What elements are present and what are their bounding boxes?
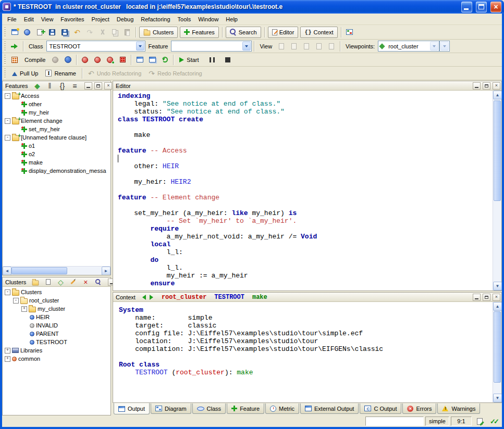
save-all-icon[interactable] [58, 26, 71, 39]
menu-project[interactable]: Project [88, 15, 113, 24]
scroll-down-icon[interactable]: ▼ [493, 394, 502, 402]
context-output[interactable]: System name: simple target: classic conf… [113, 302, 493, 402]
toggle-signature-icon[interactable]: ‖ [43, 80, 56, 92]
clusters-toggle-button[interactable]: Clusters [139, 27, 178, 38]
context-maximize-button[interactable] [483, 294, 490, 301]
copy-icon[interactable] [108, 26, 121, 39]
tree-item-my-heir[interactable]: my_heir [3, 108, 110, 117]
menu-view[interactable]: View [38, 15, 57, 24]
menu-debug[interactable]: Debug [113, 15, 137, 24]
scroll-track[interactable] [493, 311, 501, 394]
menu-help[interactable]: Help [222, 15, 241, 24]
toolbar-grip[interactable] [4, 27, 6, 37]
redo-icon[interactable]: ↷ [83, 26, 96, 39]
start-button[interactable]: Start [176, 54, 202, 66]
scroll-left-icon[interactable]: ◄ [3, 267, 11, 275]
undo-refactoring-button[interactable]: ↶ Undo Refactoring [84, 67, 145, 80]
clickable-view-icon[interactable] [288, 40, 300, 53]
scroll-thumb[interactable] [494, 100, 501, 201]
features-maximize-button[interactable] [94, 82, 102, 90]
menu-tools[interactable]: Tools [174, 15, 195, 24]
collapse-icon[interactable]: - [5, 135, 10, 141]
flat-list-icon[interactable]: ≡ [68, 80, 81, 92]
close-button[interactable]: × [490, 2, 501, 12]
viewpoints-combo[interactable]: root_cluster [378, 41, 439, 52]
add-item-icon[interactable]: ◇ [54, 276, 67, 288]
context-vertical-scrollbar[interactable]: ▲ ▼ [493, 302, 501, 402]
remove-item-icon[interactable]: × [79, 276, 92, 288]
tree-item-my-cluster[interactable]: +my_cluster [3, 305, 110, 313]
tree-item-parent[interactable]: PARENT [3, 330, 110, 338]
comp_ ile-button[interactable]: Compile [21, 54, 49, 66]
toolbar-grip[interactable] [4, 41, 6, 52]
context-back-icon[interactable] [140, 295, 146, 300]
toolbar-grip[interactable] [4, 68, 6, 79]
melt-icon[interactable] [49, 54, 62, 66]
features-minimize-button[interactable] [84, 82, 92, 90]
stop-icon[interactable] [222, 54, 234, 66]
tree-item-make[interactable]: make [3, 158, 110, 167]
status-input[interactable] [365, 417, 424, 426]
tree-item-root-cluster[interactable]: -root_cluster [3, 296, 110, 305]
class-combo[interactable]: TESTROOT [46, 41, 145, 52]
basic-text-view-icon[interactable] [275, 40, 288, 53]
tree-item-clusters[interactable]: -Clusters [3, 288, 110, 296]
feature-combo-arrow-icon[interactable] [242, 42, 251, 51]
tab-external-output[interactable]: External Output [300, 403, 359, 414]
tree-item-access[interactable]: -Access [3, 92, 110, 100]
editor-minimize-button[interactable] [473, 82, 481, 90]
cancel-compilation-icon[interactable] [116, 54, 129, 66]
open-in-editor-button[interactable] [8, 40, 21, 53]
features-horizontal-scrollbar[interactable]: ◄ ► [3, 266, 110, 275]
viewpoints-combo-arrow-icon[interactable] [430, 42, 438, 51]
new-class-icon[interactable] [42, 276, 54, 288]
tab-warnings[interactable]: Warnings [437, 403, 480, 414]
tree-item-heir[interactable]: HEIR [3, 313, 110, 321]
open-console-icon[interactable] [133, 54, 146, 66]
freeze-icon[interactable] [91, 54, 104, 66]
scroll-up-icon[interactable]: ▲ [493, 302, 502, 311]
new-document-icon[interactable] [33, 26, 46, 39]
compilation-info-icon[interactable] [62, 54, 74, 66]
tree-item-testroot[interactable]: TESTROOT [3, 338, 110, 346]
tree-item-common[interactable]: +common [3, 355, 110, 363]
save-icon[interactable] [46, 26, 58, 39]
scroll-thumb[interactable] [494, 311, 501, 383]
app-icon[interactable] [3, 3, 11, 11]
search-toggle-button[interactable]: Search [226, 27, 261, 38]
maximize-button[interactable] [476, 2, 487, 12]
scroll-down-icon[interactable]: ▼ [493, 282, 502, 291]
context-toggle-button[interactable]: {} Context [300, 27, 337, 38]
collapse-icon[interactable]: - [5, 289, 10, 295]
tree-item-o2[interactable]: o2 [3, 150, 110, 158]
menu-edit[interactable]: Edit [20, 15, 38, 24]
flat-view-icon[interactable] [313, 40, 325, 53]
collapse-icon[interactable]: - [13, 298, 19, 304]
menu-favorites[interactable]: Favorites [57, 15, 88, 24]
sync-state-button[interactable] [487, 415, 500, 427]
pull-up-button[interactable]: Pull Up [8, 67, 42, 80]
search-cluster-icon[interactable] [92, 276, 104, 288]
interface-view-icon[interactable] [325, 40, 338, 53]
class-combo-arrow-icon[interactable] [136, 42, 144, 51]
tab-diagram[interactable]: Diagram [151, 403, 191, 414]
breadcrumb-cluster[interactable]: root_cluster [158, 294, 210, 301]
paste-icon[interactable] [121, 26, 133, 39]
editor-toggle-button[interactable]: Editor [268, 27, 299, 38]
rename-button[interactable]: I Rename [42, 67, 79, 80]
menu-window[interactable]: Window [194, 15, 222, 24]
context-close-button[interactable]: × [493, 294, 500, 301]
menu-file[interactable]: File [4, 15, 20, 24]
diagram-tool-icon[interactable] [343, 26, 356, 39]
features-toggle-button[interactable]: Features [180, 27, 218, 38]
editor-code[interactable]: indexing legal: "See notice at end of cl… [113, 91, 493, 291]
tree-item-set-my-heir[interactable]: set_my_heir [3, 125, 110, 133]
scroll-right-icon[interactable]: ► [102, 267, 110, 275]
expand-icon[interactable]: + [21, 306, 27, 312]
scroll-track[interactable] [11, 267, 102, 275]
contract-view-icon[interactable] [300, 40, 313, 53]
expand-icon[interactable]: + [5, 356, 10, 362]
edit-item-icon[interactable] [67, 276, 79, 288]
tab-class[interactable]: Class [192, 403, 226, 414]
breadcrumb-feature[interactable]: make [249, 294, 271, 301]
